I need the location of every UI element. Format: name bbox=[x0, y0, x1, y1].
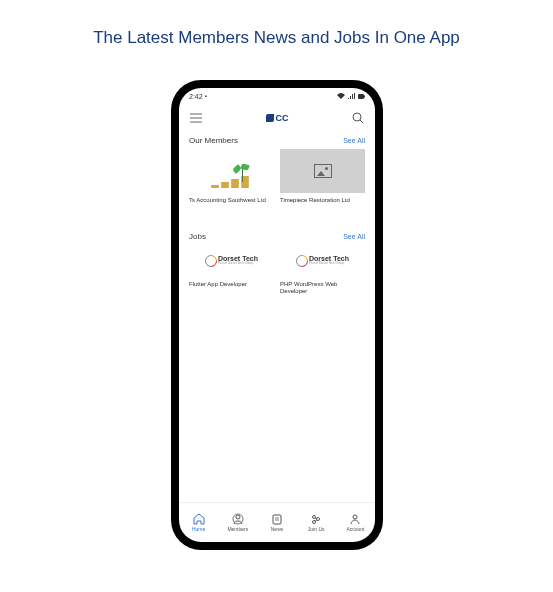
jobs-title: Jobs bbox=[189, 232, 206, 241]
svg-point-2 bbox=[353, 113, 361, 121]
job-logo: Dorset Tech Part of Dorset Tech Group bbox=[280, 245, 365, 275]
bottom-nav: Home Members News Join Us bbox=[179, 502, 375, 542]
nav-label: News bbox=[271, 526, 284, 532]
signal-icon bbox=[348, 93, 355, 99]
status-app-icon: ▪ bbox=[205, 93, 207, 99]
member-card-image bbox=[280, 149, 365, 193]
member-card-title: Timepiece Restoration Ltd bbox=[280, 197, 365, 204]
wifi-icon bbox=[337, 93, 345, 99]
news-icon bbox=[271, 513, 283, 525]
nav-members[interactable]: Members bbox=[218, 503, 257, 542]
svg-rect-1 bbox=[364, 95, 365, 97]
svg-point-4 bbox=[236, 515, 240, 519]
nav-label: Join Us bbox=[308, 526, 325, 532]
members-title: Our Members bbox=[189, 136, 238, 145]
nav-label: Home bbox=[192, 526, 205, 532]
image-placeholder-icon bbox=[314, 164, 332, 178]
dorset-icon bbox=[205, 255, 215, 265]
home-icon bbox=[193, 513, 205, 525]
members-icon bbox=[232, 513, 244, 525]
status-time: 2:42 bbox=[189, 93, 203, 100]
svg-rect-6 bbox=[273, 515, 281, 524]
svg-point-14 bbox=[353, 515, 357, 519]
join-us-icon bbox=[310, 513, 322, 525]
jobs-header: Jobs See All bbox=[189, 232, 365, 241]
plant-coins-graphic bbox=[207, 152, 257, 190]
nav-label: Members bbox=[227, 526, 248, 532]
phone-screen: 2:42 ▪ CC bbox=[179, 88, 375, 542]
job-card[interactable]: Dorset Tech Part of Dorset Tech Group Fl… bbox=[189, 245, 274, 295]
job-card-title: Flutter App Developer bbox=[189, 281, 274, 288]
account-icon bbox=[349, 513, 361, 525]
jobs-row: Dorset Tech Part of Dorset Tech Group Fl… bbox=[189, 245, 365, 295]
jobs-see-all[interactable]: See All bbox=[343, 233, 365, 240]
dorset-icon bbox=[296, 255, 306, 265]
status-bar: 2:42 ▪ bbox=[179, 88, 375, 104]
app-header: CC bbox=[179, 104, 375, 132]
members-row: Ts Accounting Southwest Ltd Timepiece Re… bbox=[189, 149, 365, 204]
job-logo: Dorset Tech Part of Dorset Tech Group bbox=[189, 245, 274, 275]
phone-frame: 2:42 ▪ CC bbox=[171, 80, 383, 550]
svg-line-3 bbox=[360, 120, 363, 123]
members-see-all[interactable]: See All bbox=[343, 137, 365, 144]
search-icon[interactable] bbox=[351, 111, 365, 125]
members-header: Our Members See All bbox=[189, 136, 365, 145]
job-card[interactable]: Dorset Tech Part of Dorset Tech Group PH… bbox=[280, 245, 365, 295]
member-card-title: Ts Accounting Southwest Ltd bbox=[189, 197, 274, 204]
nav-news[interactable]: News bbox=[257, 503, 296, 542]
content-area: Our Members See All bbox=[179, 132, 375, 502]
menu-icon[interactable] bbox=[189, 111, 203, 125]
svg-line-13 bbox=[315, 520, 317, 521]
member-card[interactable]: Ts Accounting Southwest Ltd bbox=[189, 149, 274, 204]
nav-label: Account bbox=[346, 526, 364, 532]
nav-home[interactable]: Home bbox=[179, 503, 218, 542]
svg-rect-0 bbox=[358, 94, 364, 99]
nav-account[interactable]: Account bbox=[336, 503, 375, 542]
job-card-title: PHP WordPress Web Developer bbox=[280, 281, 365, 295]
battery-icon bbox=[358, 94, 365, 99]
app-logo: CC bbox=[266, 113, 289, 123]
member-card-image bbox=[189, 149, 274, 193]
member-card[interactable]: Timepiece Restoration Ltd bbox=[280, 149, 365, 204]
nav-join-us[interactable]: Join Us bbox=[297, 503, 336, 542]
page-tagline: The Latest Members News and Jobs In One … bbox=[0, 0, 553, 48]
